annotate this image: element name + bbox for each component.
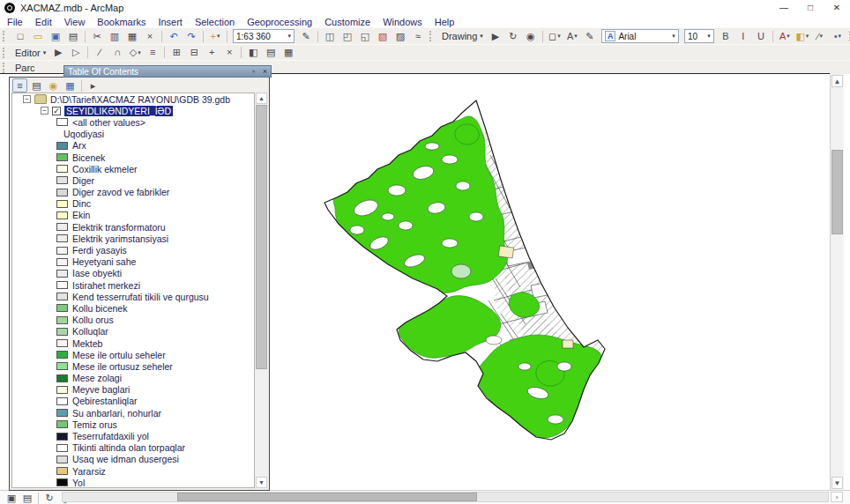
marker-color-button[interactable]: •▾ — [830, 29, 846, 44]
paste-button[interactable]: ▦ — [124, 29, 140, 44]
legend-item[interactable]: Tikinti altinda olan torpaqlar — [12, 442, 254, 454]
fill-color-button[interactable]: ◧▾ — [794, 29, 810, 44]
bold-button[interactable]: B — [718, 29, 734, 44]
menu-geoprocessing[interactable]: Geoprocessing — [247, 17, 312, 27]
legend-item[interactable]: Mekteb — [12, 337, 254, 349]
map-horizontal-scrollbar[interactable] — [62, 492, 829, 502]
close-button[interactable]: ✕ — [824, 0, 850, 16]
legend-item[interactable]: Kend tesserrufati tikili ve qurgusu — [12, 291, 254, 302]
map-vertical-scrollbar[interactable]: ▲ ▼ — [830, 74, 844, 490]
legend-item[interactable]: Kollu bicenek — [12, 302, 254, 314]
legend-item[interactable]: Diger zavod ve fabrikler — [12, 187, 254, 198]
legend-item[interactable]: Kolluqlar — [12, 326, 254, 337]
endpoint-arc-button[interactable]: ∩ — [109, 45, 125, 60]
shape-tool-button[interactable]: ◻▾ — [547, 29, 563, 44]
editor-toolbar-toggle[interactable]: ✎ — [298, 29, 314, 44]
font-name-combo[interactable]: A Arial ▾ — [601, 29, 679, 43]
legend-item[interactable]: Diger — [12, 174, 254, 186]
model-builder-button[interactable]: ▨ — [392, 29, 408, 44]
python-window-button[interactable]: ≈ — [410, 29, 426, 44]
edit-tool-button[interactable]: ▶ — [50, 45, 66, 60]
legend-item[interactable]: Kollu orus — [12, 315, 254, 326]
legend-item[interactable]: Heyetyani sahe — [12, 256, 254, 268]
menu-customize[interactable]: Customize — [324, 17, 370, 27]
legend-item[interactable]: Dinc — [12, 198, 254, 210]
add-data-button[interactable]: +▾ — [207, 29, 223, 44]
table-of-contents-window-button[interactable]: ◫ — [322, 29, 338, 44]
collapse-icon[interactable]: − — [23, 95, 31, 103]
legend-item[interactable]: Elektrik transformatoru — [12, 221, 254, 233]
edit-annotation-button[interactable]: ▷ — [68, 45, 84, 60]
menu-selection[interactable]: Selection — [195, 17, 235, 27]
vertical-scroll-thumb[interactable] — [831, 150, 843, 234]
menu-edit[interactable]: Edit — [35, 17, 52, 27]
parcel-toolbar-label[interactable]: Parc — [15, 63, 35, 73]
legend-item[interactable]: Istirahet merkezi — [12, 279, 254, 291]
delete-button[interactable]: × — [142, 29, 158, 44]
font-size-combo[interactable]: 10 ▾ — [684, 29, 714, 43]
italic-button[interactable]: I — [735, 29, 751, 44]
point-button[interactable]: ≡ — [145, 45, 160, 60]
arctoolbox-window-button[interactable]: ▧ — [375, 29, 391, 44]
list-by-selection-button[interactable]: ▦ — [63, 78, 78, 93]
collapse-icon[interactable]: − — [41, 107, 48, 115]
data-view-button[interactable]: ▣ — [4, 492, 19, 504]
print-button[interactable]: ▤ — [65, 29, 81, 44]
legend-item[interactable]: Ferdi yasayis — [12, 244, 254, 256]
legend-item[interactable]: Su anbarlari, nohurlar — [12, 407, 254, 419]
toolbar-grip[interactable] — [3, 63, 9, 73]
toc-scroll-thumb[interactable] — [256, 105, 267, 369]
legend-item[interactable]: Elektrik yarimstansiyasi — [12, 233, 254, 244]
toolbar-grip[interactable] — [3, 48, 9, 58]
menu-windows[interactable]: Windows — [383, 17, 422, 27]
legend-item[interactable]: Ekin — [12, 210, 254, 221]
legend-item[interactable]: Temiz orus — [12, 419, 254, 430]
legend-item[interactable]: Teserrufatdaxili yol — [12, 430, 254, 441]
open-button[interactable]: ▭ — [30, 29, 46, 44]
catalog-window-button[interactable]: ◰ — [339, 29, 355, 44]
edit-vertices-button[interactable]: ⊞ — [168, 45, 184, 60]
toc-restore-button[interactable]: ▫ — [248, 66, 259, 77]
legend-item[interactable]: Bicenek — [12, 152, 254, 163]
legend-item[interactable]: Yol — [12, 477, 254, 488]
toolbar-grip[interactable] — [3, 31, 9, 41]
underline-button[interactable]: U — [753, 29, 769, 44]
scroll-down-arrow-icon[interactable]: ▼ — [831, 477, 843, 489]
scroll-up-arrow-icon[interactable]: ▲ — [831, 75, 843, 87]
toc-options-button[interactable]: ▸ — [86, 78, 101, 93]
legend-item[interactable]: Mese zolagi — [12, 373, 254, 384]
refresh-view-button[interactable]: ↻ — [42, 492, 56, 504]
save-button[interactable]: ▣ — [48, 29, 63, 44]
legend-item[interactable]: Mese ile ortusuz seheler — [12, 360, 254, 372]
font-color-button[interactable]: A▾ — [777, 29, 793, 44]
minimize-button[interactable]: — — [771, 0, 797, 16]
undo-button[interactable]: ↶ — [166, 29, 182, 44]
cut-polygons-button[interactable]: + — [204, 45, 220, 60]
layer-visibility-checkbox[interactable]: ✓ — [52, 107, 61, 115]
toc-close-button[interactable]: × — [259, 66, 271, 77]
trace-button[interactable]: ◇▾ — [127, 45, 143, 60]
search-window-button[interactable]: ◱ — [357, 29, 373, 44]
toc-scrollbar[interactable]: ▲ ▼ — [256, 93, 268, 488]
line-color-button[interactable]: ∕▾ — [812, 29, 828, 44]
menu-view[interactable]: View — [64, 17, 86, 27]
map-scale-combo[interactable]: 1:63 360 ▾ — [233, 29, 295, 43]
menu-help[interactable]: Help — [435, 17, 455, 27]
list-by-visibility-button[interactable]: ◉ — [46, 78, 61, 93]
maximize-button[interactable]: □ — [797, 0, 824, 16]
legend-item[interactable]: Yararsiz — [12, 465, 254, 477]
create-features-button[interactable]: ◧ — [245, 45, 261, 60]
layer-item[interactable]: − ✓ SEYIDLIKƏNDYERI_İƏD — [12, 105, 254, 116]
redo-button[interactable]: ↷ — [183, 29, 199, 44]
menu-bookmarks[interactable]: Bookmarks — [97, 17, 145, 27]
split-button[interactable]: × — [221, 45, 237, 60]
edit-vertices-button[interactable]: ✎ — [582, 29, 598, 44]
scroll-up-arrow-icon[interactable]: ▲ — [256, 93, 267, 104]
reshape-button[interactable]: ⊟ — [186, 45, 202, 60]
copy-button[interactable]: ▥ — [107, 29, 123, 44]
scroll-right-arrow-icon[interactable]: › — [831, 492, 843, 502]
toolbar-grip[interactable] — [429, 31, 436, 41]
menu-insert[interactable]: Insert — [158, 17, 183, 27]
horizontal-scroll-thumb[interactable] — [177, 493, 477, 501]
new-document-button[interactable]: □ — [12, 29, 28, 44]
